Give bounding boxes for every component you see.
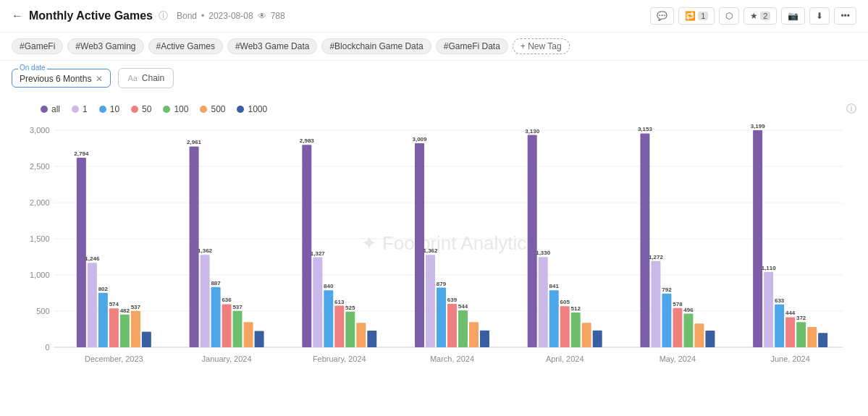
bar <box>640 133 649 347</box>
svg-text:500: 500 <box>36 307 49 315</box>
legend-dot-all <box>41 106 48 113</box>
tag-gamefi[interactable]: #GameFi <box>12 38 63 54</box>
header-actions: 💬 🔁 1 ⬡ ★ 2 📷 ⬇ ••• <box>650 7 856 25</box>
svg-text:1,000: 1,000 <box>30 271 50 279</box>
svg-text:0: 0 <box>45 343 49 352</box>
legend-1000: 1000 <box>237 104 267 114</box>
chain-placeholder: Chain <box>142 73 164 83</box>
svg-text:1,272: 1,272 <box>649 254 664 260</box>
bar <box>233 311 243 347</box>
chain-text-icon: Aa <box>127 74 137 82</box>
bar <box>796 322 806 347</box>
bar <box>142 331 151 347</box>
svg-text:512: 512 <box>571 305 581 312</box>
svg-text:636: 636 <box>222 297 232 303</box>
date-filter[interactable]: On date Previous 6 Months ✕ <box>12 69 111 88</box>
bar <box>98 293 108 347</box>
legend-label-1: 1 <box>83 104 88 114</box>
svg-text:444: 444 <box>785 310 796 316</box>
date-filter-close[interactable]: ✕ <box>96 74 103 84</box>
svg-text:792: 792 <box>662 286 672 293</box>
meta-date: 2023-08-08 <box>208 11 253 21</box>
svg-text:2,500: 2,500 <box>30 162 50 171</box>
legend-label-500: 500 <box>211 104 225 114</box>
bar <box>549 290 559 347</box>
bar <box>367 331 376 347</box>
bar <box>356 323 366 347</box>
legend-dot-50 <box>131 106 138 113</box>
bar <box>571 313 581 347</box>
fork-btn[interactable]: 🔁 1 <box>678 7 715 25</box>
filters-row: On date Previous 6 Months ✕ Aa Chain <box>0 61 868 95</box>
bar <box>818 333 827 347</box>
svg-text:578: 578 <box>673 301 683 307</box>
tag-gamefidata[interactable]: #GameFi Data <box>436 38 508 54</box>
bar <box>480 331 489 347</box>
bar <box>753 130 762 347</box>
bar <box>211 287 221 347</box>
svg-text:840: 840 <box>324 283 334 289</box>
bar <box>447 304 457 347</box>
info-icon[interactable]: ⓘ <box>159 9 168 22</box>
tags-row: #GameFi #Web3 Gaming #Active Games #Web3… <box>0 33 868 61</box>
tag-web3gamedata[interactable]: #Web3 Game Data <box>227 38 318 54</box>
bar <box>528 135 537 347</box>
svg-text:802: 802 <box>98 286 109 292</box>
header-meta: Bond • 2023-08-08 👁 788 <box>177 11 285 21</box>
svg-text:✦ Footprint Analytics: ✦ Footprint Analytics <box>361 232 536 254</box>
tag-activegames[interactable]: #Active Games <box>148 38 223 54</box>
bar <box>415 143 424 347</box>
svg-text:574: 574 <box>109 301 119 307</box>
legend-100: 100 <box>163 104 188 114</box>
new-tag-button[interactable]: + New Tag <box>513 38 570 54</box>
bar <box>255 331 264 348</box>
chart-info-icon[interactable]: ⓘ <box>846 103 856 116</box>
meta-views: 788 <box>271 11 285 21</box>
camera-btn[interactable]: 📷 <box>781 7 805 25</box>
bar <box>77 158 86 347</box>
svg-text:2,961: 2,961 <box>187 139 202 145</box>
bar <box>334 306 344 347</box>
svg-text:February, 2024: February, 2024 <box>313 355 366 363</box>
bar <box>131 311 140 347</box>
tag-web3gaming[interactable]: #Web3 Gaming <box>67 38 143 54</box>
svg-text:3,009: 3,009 <box>412 136 427 143</box>
chain-filter[interactable]: Aa Chain <box>118 68 174 88</box>
svg-text:May, 2024: May, 2024 <box>660 355 696 363</box>
chart-wrapper: 3,0002,5002,0001,5001,0005000✦ Footprint… <box>12 123 856 407</box>
svg-text:1,246: 1,246 <box>85 255 100 262</box>
bar <box>764 272 773 347</box>
legend-50: 50 <box>131 104 151 114</box>
svg-text:1,500: 1,500 <box>30 234 50 243</box>
header: ← Monthly Active Games ⓘ Bond • 2023-08-… <box>0 0 868 33</box>
bar <box>807 327 817 347</box>
svg-text:March, 2024: March, 2024 <box>430 355 474 363</box>
svg-text:841: 841 <box>549 283 560 289</box>
bar <box>560 306 570 347</box>
views-icon: 👁 <box>258 11 266 21</box>
bar <box>662 294 671 347</box>
back-button[interactable]: ← <box>12 9 23 22</box>
svg-text:3,199: 3,199 <box>751 123 766 130</box>
more-btn[interactable]: ••• <box>834 7 856 25</box>
bar <box>593 331 602 347</box>
legend-dot-1 <box>72 106 79 113</box>
svg-text:1,330: 1,330 <box>536 250 551 256</box>
bar <box>673 308 682 347</box>
svg-text:1,327: 1,327 <box>311 250 326 257</box>
download-btn[interactable]: ⬇ <box>809 7 830 25</box>
page-title: Monthly Active Games <box>29 9 153 22</box>
bar <box>88 263 97 347</box>
legend-label-1000: 1000 <box>248 104 267 114</box>
legend-all: all <box>41 104 60 114</box>
star-btn[interactable]: ★ 2 <box>743 7 777 25</box>
share-btn[interactable]: ⬡ <box>719 7 739 25</box>
comment-btn[interactable]: 💬 <box>650 7 674 25</box>
svg-text:1,362: 1,362 <box>423 247 438 254</box>
bar <box>201 255 210 347</box>
legend-1: 1 <box>72 104 88 114</box>
legend-500: 500 <box>200 104 225 114</box>
tag-blockchaindata[interactable]: #Blockchain Game Data <box>321 38 431 54</box>
svg-text:2,983: 2,983 <box>300 137 315 144</box>
bar <box>109 308 119 347</box>
